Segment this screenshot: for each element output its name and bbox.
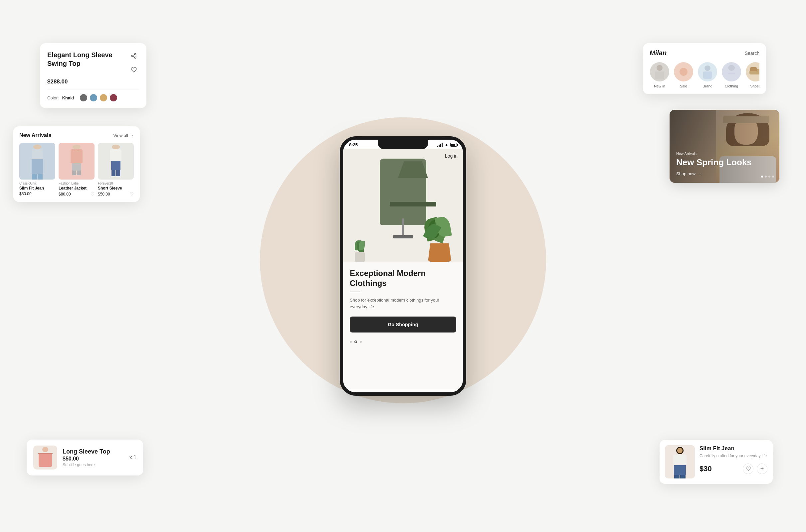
- share-icon[interactable]: [128, 51, 139, 61]
- status-icons: ▲: [437, 142, 457, 147]
- arrival-brand-2: Fashion Label: [59, 182, 94, 185]
- swatch-burgundy[interactable]: [110, 94, 117, 101]
- svg-line-3: [133, 56, 134, 57]
- plant-pot-big: [428, 243, 451, 262]
- banner-cta-button[interactable]: Shop now →: [676, 171, 752, 176]
- wishlist-icon-3[interactable]: ♡: [130, 191, 134, 196]
- product-name: Slim Fit Jean: [699, 445, 767, 452]
- wishlist-icon[interactable]: [128, 64, 139, 75]
- arrival-price-1: $50.00: [19, 191, 32, 196]
- plant-big: [423, 218, 456, 262]
- phone-hero: Log in: [343, 149, 463, 262]
- swatch-blue[interactable]: [90, 94, 97, 101]
- product-card: Slim Fit Jean Carefully crafted for your…: [660, 440, 773, 484]
- product-add-button[interactable]: +: [757, 463, 767, 474]
- arrival-item-3: Forever18 Short Sleeve $50.00 ♡: [98, 143, 134, 196]
- jacket-belt: [390, 202, 436, 207]
- color-label: Color:: [47, 95, 59, 100]
- view-all-button[interactable]: View all →: [113, 133, 134, 138]
- nav-cat-shoes[interactable]: Shoes: [746, 62, 759, 88]
- product-image: [665, 445, 695, 478]
- banner-dot-4: [772, 175, 774, 177]
- mannequin-base: [393, 235, 413, 239]
- nav-cat-label-new-in: New in: [654, 84, 665, 88]
- product-detail-card: Elegant Long Sleeve Swing Top $288.00 Co…: [40, 43, 146, 108]
- swatch-charcoal[interactable]: [80, 94, 87, 101]
- phone-divider: [350, 291, 360, 292]
- plant-small: [351, 240, 368, 262]
- nav-cat-img-brand: [698, 62, 717, 81]
- new-arrivals-card: New Arrivals View all →: [13, 126, 140, 202]
- search-button[interactable]: Search: [745, 51, 759, 56]
- nav-cat-img-sale: [674, 62, 693, 81]
- arrival-brand-1: ClassicChic: [19, 182, 55, 185]
- arrival-brand-3: Forever18: [98, 182, 134, 185]
- arrow-icon: →: [697, 171, 701, 176]
- navigation-card: Milan Search New in: [643, 43, 766, 94]
- cart-item-image: [33, 445, 57, 470]
- jacket-collar: [398, 161, 428, 178]
- nav-header: Milan Search: [649, 49, 759, 57]
- phone-headline: Exceptional Modern Clothings: [350, 268, 456, 288]
- product-info: Slim Fit Jean Carefully crafted for your…: [699, 445, 767, 474]
- cart-info: Long Sleeve Top $50.00 Subtitle goes her…: [62, 448, 124, 467]
- svg-point-0: [134, 54, 136, 55]
- arrival-item-2: Fashion Label Leather Jacket $80.00 ♡: [59, 143, 94, 196]
- wishlist-icon-2[interactable]: ♡: [91, 191, 94, 196]
- nav-cat-label-shoes: Shoes: [750, 84, 759, 88]
- wifi-icon: ▲: [444, 142, 448, 147]
- banner-dot-1: [761, 175, 763, 177]
- arrival-img-1: [19, 143, 55, 179]
- dot-3: [360, 341, 362, 343]
- plant-pot-small: [355, 252, 365, 262]
- go-shopping-button[interactable]: Go Shopping: [350, 317, 456, 332]
- status-time: 8:25: [349, 142, 358, 147]
- brand-name: Milan: [649, 49, 666, 57]
- arrival-item-1: ClassicChic Slim Fit Jean $50.00: [19, 143, 55, 196]
- product-actions: +: [743, 463, 767, 474]
- nav-cat-new-in[interactable]: New in: [649, 62, 670, 88]
- nav-cat-img-new-in: [650, 62, 669, 81]
- product-title: Elegant Long Sleeve Swing Top: [47, 51, 121, 68]
- arrival-price-3: $50.00: [98, 192, 110, 196]
- arrival-img-2: [59, 143, 94, 179]
- nav-cat-label-sale: Sale: [680, 84, 687, 88]
- nav-cat-label-clothing: Clothing: [725, 84, 738, 88]
- nav-cat-clothing[interactable]: Clothing: [721, 62, 741, 88]
- color-name: Khaki: [62, 95, 74, 100]
- banner-dots: [761, 175, 774, 177]
- dot-2-active: [354, 341, 357, 343]
- dot-1: [350, 341, 352, 343]
- banner-title: New Spring Looks: [676, 158, 752, 167]
- banner-dot-2: [765, 175, 767, 177]
- price-divider: [47, 89, 139, 90]
- cart-quantity: x 1: [129, 455, 136, 460]
- phone-body: Exceptional Modern Clothings Shop for ex…: [343, 262, 463, 336]
- nav-cat-img-clothing: [722, 62, 741, 81]
- plant-leaves-small: [353, 241, 366, 254]
- product-price-row: $30 +: [699, 463, 767, 474]
- banner-dot-3: [768, 175, 770, 177]
- banner-tag: New Arrivals: [676, 152, 752, 156]
- nav-categories: New in Sale Brand: [649, 62, 759, 88]
- product-wishlist-button[interactable]: [743, 463, 753, 474]
- arrivals-header: New Arrivals View all →: [19, 132, 134, 138]
- nav-cat-label-brand: Brand: [702, 84, 712, 88]
- card-action-icons: [128, 51, 139, 75]
- nav-cat-sale[interactable]: Sale: [674, 62, 694, 88]
- product-description: Carefully crafted for your everyday life: [699, 453, 767, 459]
- arrival-price-row-3: $50.00 ♡: [98, 191, 134, 196]
- banner-content: New Arrivals New Spring Looks Shop now →: [676, 152, 752, 176]
- phone-subtitle: Shop for exceptional modern clothings fo…: [350, 297, 456, 310]
- log-in-button[interactable]: Log in: [445, 153, 458, 158]
- phone-content: Log in: [343, 149, 463, 390]
- arrival-price-2: $80.00: [59, 192, 71, 196]
- arrival-price-row-1: $50.00: [19, 191, 55, 196]
- nav-cat-brand[interactable]: Brand: [697, 62, 717, 88]
- swatch-tan[interactable]: [100, 94, 107, 101]
- card-header: Elegant Long Sleeve Swing Top: [47, 51, 139, 75]
- color-swatches: [80, 94, 117, 101]
- arrival-name-1: Slim Fit Jean: [19, 186, 55, 191]
- svg-point-1: [131, 55, 133, 57]
- svg-point-2: [134, 57, 136, 58]
